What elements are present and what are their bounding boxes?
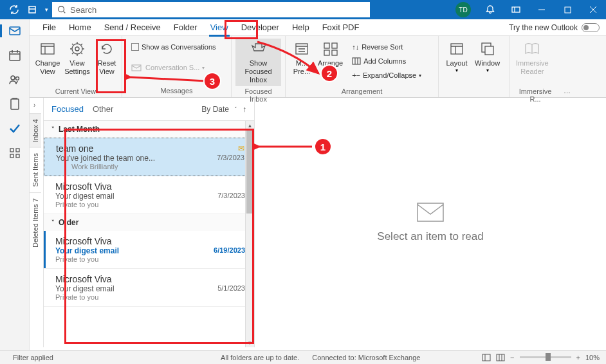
- svg-rect-18: [324, 43, 329, 48]
- menu-developer[interactable]: Developer: [235, 19, 286, 36]
- notifications-icon[interactable]: [477, 0, 503, 19]
- menu-view[interactable]: View: [204, 19, 235, 36]
- scrollbar[interactable]: ▲ ▼: [245, 121, 254, 347]
- message-item[interactable]: Microsoft Viva Your digest email7/3/2023…: [44, 176, 254, 214]
- svg-rect-25: [485, 46, 493, 55]
- view-reading-icon[interactable]: [496, 354, 505, 361]
- chevron-down-icon: ˅: [51, 126, 55, 132]
- message-list-header: Focused Other By Date ˅ ↑: [44, 98, 254, 121]
- rail-more-icon[interactable]: [8, 147, 21, 159]
- message-list: Focused Other By Date ˅ ↑ ˅Last Month te…: [44, 98, 255, 347]
- reset-view-button[interactable]: Reset View: [93, 39, 121, 86]
- svg-rect-0: [29, 6, 35, 13]
- menu-foxit[interactable]: Foxit PDF: [316, 19, 366, 36]
- reading-pane-text: Select an item to read: [377, 230, 483, 243]
- folder-tab-sent[interactable]: Sent Items: [30, 147, 41, 192]
- layout-button[interactable]: Layout ▾: [443, 39, 471, 86]
- group-label-arrangement: Arrangement: [289, 86, 434, 96]
- svg-point-15: [75, 47, 79, 51]
- status-connection: Connected to: Microsoft Exchange: [306, 354, 427, 361]
- sort-by-date[interactable]: By Date: [201, 105, 229, 114]
- annotation-3: 3: [203, 72, 221, 90]
- close-button[interactable]: [580, 0, 606, 19]
- svg-rect-13: [41, 44, 54, 54]
- rail-todo-icon[interactable]: [8, 122, 21, 135]
- dropdown-icon[interactable]: ▾: [45, 6, 48, 13]
- change-view-button[interactable]: Change View: [33, 39, 62, 86]
- rail-mail-icon[interactable]: [8, 24, 21, 37]
- rail-people-icon[interactable]: [8, 73, 21, 86]
- svg-point-14: [72, 44, 82, 54]
- group-last-month[interactable]: ˅Last Month: [44, 121, 254, 138]
- tab-focused[interactable]: Focused: [51, 104, 84, 114]
- reverse-sort-button[interactable]: ↑↓Reverse Sort: [349, 40, 424, 54]
- message-item[interactable]: Microsoft Viva Your digest email5/1/2023…: [44, 269, 254, 307]
- reading-pane: Select an item to read: [255, 98, 606, 347]
- zoom-slider[interactable]: [520, 356, 571, 358]
- sort-dropdown-icon[interactable]: ˅: [234, 106, 237, 113]
- search-box[interactable]: Search: [52, 2, 370, 17]
- minimize-button[interactable]: [529, 0, 555, 19]
- svg-rect-23: [451, 44, 463, 54]
- content-area: › Inbox 4 Sent Items Deleted Items 7 Foc…: [30, 98, 606, 347]
- zoom-out-icon[interactable]: −: [510, 354, 514, 361]
- scroll-down-icon[interactable]: ▼: [246, 338, 254, 347]
- window-button[interactable]: Window ▾: [472, 39, 502, 86]
- folder-tabs: › Inbox 4 Sent Items Deleted Items 7: [30, 98, 44, 347]
- show-conversations-checkbox[interactable]: Show as Conversations: [129, 40, 219, 54]
- annotation-2: 2: [320, 64, 338, 82]
- menu-help[interactable]: Help: [286, 19, 316, 36]
- expand-folders-icon[interactable]: ›: [33, 102, 35, 109]
- svg-point-1: [59, 6, 64, 12]
- try-new-outlook[interactable]: Try the new Outlook: [509, 23, 600, 32]
- svg-point-6: [11, 76, 15, 80]
- view-settings-button[interactable]: View Settings: [63, 39, 91, 86]
- svg-rect-9: [10, 149, 14, 152]
- immersive-reader-button[interactable]: Immersive Reader: [513, 39, 551, 86]
- rail-tasks-icon[interactable]: [8, 98, 21, 111]
- svg-rect-22: [353, 58, 360, 64]
- titlebar: ▾ Search TD: [0, 0, 606, 19]
- menu-folder[interactable]: Folder: [167, 19, 204, 36]
- message-list-body: ˅Last Month team one✉ You've joined the …: [44, 121, 254, 347]
- view-normal-icon[interactable]: [482, 354, 491, 361]
- sync-icon[interactable]: [9, 5, 19, 15]
- message-preview-button[interactable]: M... Pre...: [289, 39, 314, 86]
- window-mode-icon[interactable]: [503, 0, 529, 19]
- tab-other[interactable]: Other: [93, 104, 114, 114]
- sort-direction-icon[interactable]: ↑: [243, 105, 246, 114]
- search-icon: [57, 5, 66, 14]
- rail-calendar-icon[interactable]: [8, 49, 21, 62]
- envelope-icon: ✉: [238, 144, 244, 153]
- expand-collapse-button[interactable]: +−Expand/Collapse▾: [349, 68, 424, 82]
- show-focused-inbox-button[interactable]: Show Focused Inbox: [235, 39, 281, 86]
- svg-rect-21: [332, 50, 337, 55]
- svg-rect-28: [497, 354, 504, 361]
- scrollbar-thumb[interactable]: [246, 130, 253, 214]
- svg-rect-20: [324, 50, 329, 55]
- message-item[interactable]: team one✉ You've joined the team one...7…: [44, 138, 254, 176]
- svg-rect-19: [332, 43, 337, 48]
- menu-send-receive[interactable]: Send / Receive: [98, 19, 167, 36]
- svg-rect-4: [10, 27, 20, 35]
- maximize-button[interactable]: [555, 0, 580, 19]
- message-item[interactable]: Microsoft Viva Your digest email6/19/202…: [44, 231, 254, 269]
- try-new-label: Try the new Outlook: [509, 23, 578, 32]
- scroll-up-icon[interactable]: ▲: [246, 121, 254, 130]
- conversation-settings-button[interactable]: Conversation S... ▾: [129, 60, 219, 75]
- folder-tab-inbox[interactable]: Inbox 4: [30, 113, 41, 147]
- zoom-in-icon[interactable]: +: [576, 354, 580, 361]
- menu-file[interactable]: File: [36, 19, 62, 36]
- chevron-down-icon: ˅: [51, 219, 55, 226]
- svg-rect-27: [482, 354, 490, 361]
- avatar[interactable]: TD: [455, 2, 471, 17]
- folder-tab-deleted[interactable]: Deleted Items 7: [30, 192, 41, 253]
- group-older[interactable]: ˅Older: [44, 214, 254, 231]
- envelope-large-icon: [416, 202, 445, 223]
- add-columns-button[interactable]: Add Columns: [349, 54, 424, 68]
- ribbon: Change View View Settings Reset View Cur…: [30, 36, 606, 98]
- submenu-icon[interactable]: [27, 5, 37, 15]
- svg-rect-3: [565, 7, 571, 13]
- menu-home[interactable]: Home: [62, 19, 98, 36]
- try-new-toggle[interactable]: [582, 23, 600, 32]
